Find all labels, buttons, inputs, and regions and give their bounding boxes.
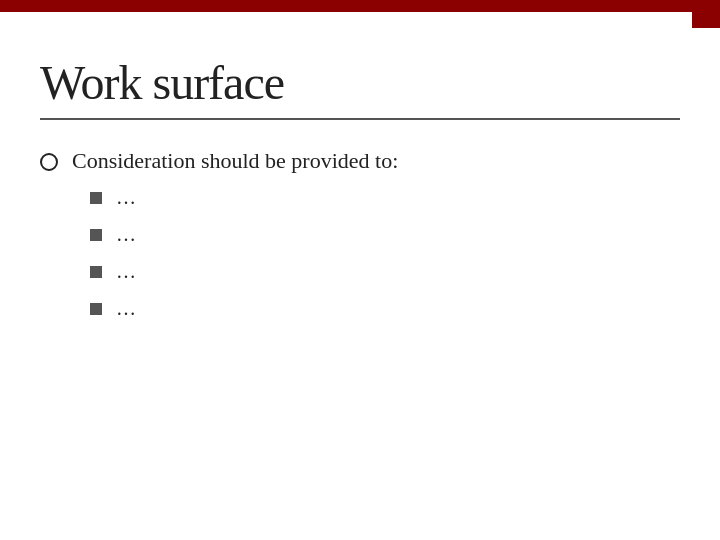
sub-bullet-icon-4 bbox=[90, 303, 102, 315]
sub-item-text-1: … bbox=[116, 186, 136, 209]
sub-item-text-4: … bbox=[116, 297, 136, 320]
sub-bullet-icon-2 bbox=[90, 229, 102, 241]
slide-title: Work surface bbox=[40, 55, 670, 110]
sub-list-item-1: … bbox=[90, 186, 670, 209]
sub-item-text-3: … bbox=[116, 260, 136, 283]
title-underline bbox=[40, 118, 680, 120]
main-list-item: Consideration should be provided to: bbox=[40, 148, 670, 174]
sub-list-item-4: … bbox=[90, 297, 670, 320]
sub-list-item-2: … bbox=[90, 223, 670, 246]
sub-bullet-icon-1 bbox=[90, 192, 102, 204]
sub-item-text-2: … bbox=[116, 223, 136, 246]
slide: Work surface Consideration should be pro… bbox=[0, 0, 720, 540]
sub-list-item-3: … bbox=[90, 260, 670, 283]
top-right-decoration bbox=[692, 0, 720, 28]
sub-bullet-icon-3 bbox=[90, 266, 102, 278]
main-list: Consideration should be provided to: bbox=[40, 148, 670, 174]
top-accent-bar bbox=[0, 0, 720, 12]
main-item-text: Consideration should be provided to: bbox=[72, 148, 398, 174]
main-bullet-icon bbox=[40, 153, 58, 171]
sub-list: … … … … bbox=[90, 186, 670, 320]
slide-content: Work surface Consideration should be pro… bbox=[0, 0, 720, 364]
